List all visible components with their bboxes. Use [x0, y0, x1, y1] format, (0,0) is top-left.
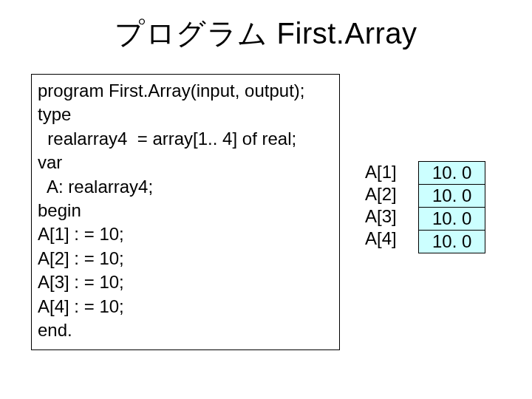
array-index-label: A[3]	[365, 205, 397, 228]
code-line: begin	[38, 199, 333, 222]
table-row: 10. 0	[419, 231, 485, 253]
code-line: var	[38, 151, 333, 174]
code-line: A[2] : = 10;	[38, 247, 333, 270]
array-index-label: A[2]	[365, 183, 397, 205]
array-index-label: A[4]	[365, 228, 397, 250]
array-cell: 10. 0	[419, 231, 485, 253]
table-row: 10. 0	[419, 185, 485, 208]
code-line: A[3] : = 10;	[38, 270, 333, 294]
code-line: program First.Array(input, output);	[38, 79, 333, 103]
code-line: A: realarray4;	[38, 175, 333, 199]
array-cell: 10. 0	[419, 162, 485, 185]
array-index-label: A[1]	[365, 161, 397, 183]
table-row: 10. 0	[419, 208, 485, 231]
page-title: プログラム First.Array	[0, 13, 532, 54]
code-line: realarray4 = array[1.. 4] of real;	[38, 127, 333, 151]
array-cell: 10. 0	[419, 185, 485, 208]
code-line: end.	[38, 318, 333, 342]
slide: プログラム First.Array program First.Array(in…	[0, 0, 532, 399]
array-values-table: 10. 0 10. 0 10. 0 10. 0	[418, 161, 485, 253]
table-row: 10. 0	[419, 162, 485, 185]
array-cell: 10. 0	[419, 208, 485, 231]
code-line: A[1] : = 10;	[38, 222, 333, 246]
code-line: type	[38, 103, 333, 126]
array-index-labels: A[1] A[2] A[3] A[4]	[365, 161, 397, 250]
code-line: A[4] : = 10;	[38, 295, 333, 318]
code-listing-box: program First.Array(input, output); type…	[31, 74, 340, 350]
